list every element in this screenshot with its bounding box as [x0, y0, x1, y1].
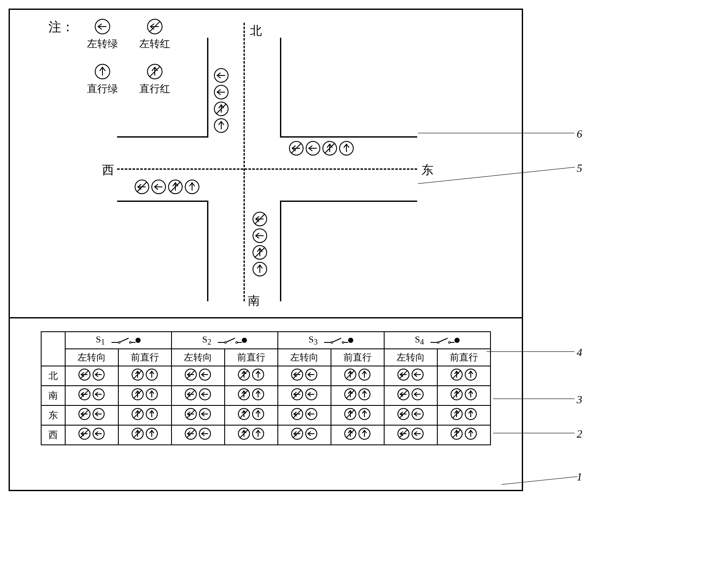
signal-cell: [278, 425, 331, 445]
left-turn-header: 左转向: [171, 349, 225, 366]
center-line-vertical: [244, 23, 245, 301]
svg-point-64: [342, 342, 344, 343]
legend-left-green: 左转绿: [87, 18, 118, 51]
pointer-line: [487, 351, 575, 352]
phase-s4-header: S4: [384, 332, 490, 349]
signal-cell: [171, 405, 225, 425]
svg-point-66: [348, 338, 353, 343]
callout-4: 4: [577, 346, 582, 359]
legend-title: 注：: [48, 18, 74, 36]
phase-header-row: S1 S2 S3: [41, 332, 490, 349]
table-body: 北: [41, 366, 490, 445]
legend-straight-green: 直行绿: [87, 63, 118, 96]
svg-point-62: [331, 342, 333, 343]
signal-cell: [437, 366, 490, 386]
pointer-line: [418, 133, 575, 133]
road-edge: [280, 136, 417, 138]
svg-point-52: [129, 342, 131, 343]
signal-cell: [384, 425, 437, 445]
signal-cell: [118, 366, 171, 386]
straight-header: 前直行: [225, 349, 278, 366]
signal-cell: [225, 425, 278, 445]
table-row: 南: [41, 386, 490, 405]
signal-cell: [118, 425, 171, 445]
road-edge: [280, 201, 281, 301]
straight-header: 前直行: [331, 349, 384, 366]
road-edge: [280, 201, 417, 202]
straight-header: 前直行: [437, 349, 490, 366]
table-row: 西: [41, 425, 490, 445]
switch-icon: [217, 336, 247, 345]
east-label: 东: [421, 162, 433, 178]
dir-cell: 东: [41, 405, 65, 425]
signal-cell: [65, 366, 118, 386]
svg-line-51: [120, 338, 129, 342]
outer-frame: 注： 左转绿 左转红: [9, 9, 523, 491]
signal-group-north: [214, 68, 229, 133]
diagram-page: 注： 左转绿 左转红: [9, 9, 695, 491]
north-label: 北: [250, 23, 262, 39]
callout-2: 2: [577, 428, 582, 441]
signal-cell: [118, 405, 171, 425]
signal-cell: [225, 386, 278, 405]
svg-point-58: [236, 342, 238, 343]
signal-cell: [437, 425, 490, 445]
signal-cell: [171, 366, 225, 386]
signal-cell: [384, 366, 437, 386]
south-label: 南: [248, 293, 260, 309]
switch-icon: [430, 336, 460, 345]
signal-cell: [225, 366, 278, 386]
svg-point-60: [242, 338, 247, 343]
road-edge: [207, 201, 208, 301]
callout-6: 6: [577, 128, 582, 141]
signal-group-east: [289, 141, 354, 156]
pointer-line: [493, 433, 575, 433]
signal-cell: [65, 425, 118, 445]
signal-cell: [278, 386, 331, 405]
signal-cell: [331, 405, 384, 425]
road-edge: [117, 201, 208, 202]
signal-group-west: [134, 179, 200, 195]
svg-line-57: [226, 338, 235, 342]
road-edge: [280, 38, 281, 136]
dir-cell: 南: [41, 386, 65, 405]
signal-cell: [278, 366, 331, 386]
corner-cell: [41, 332, 65, 366]
signal-cell: [171, 386, 225, 405]
signal-cell: [331, 425, 384, 445]
left-turn-header: 左转向: [384, 349, 437, 366]
phase-s1-header: S1: [65, 332, 171, 349]
signal-cell: [118, 386, 171, 405]
signal-group-south: [252, 211, 268, 277]
left-turn-header: 左转向: [65, 349, 118, 366]
signal-cell: [384, 386, 437, 405]
sub-header-row: 左转向 前直行 左转向 前直行 左转向 前直行 左转向 前直行: [41, 349, 490, 366]
callout-5: 5: [577, 162, 582, 175]
intersection-panel: 注： 左转绿 左转红: [10, 10, 522, 318]
road-edge: [207, 38, 208, 136]
callout-3: 3: [577, 393, 582, 406]
up-arrow-green-icon: [94, 63, 111, 80]
signal-cell: [171, 425, 225, 445]
table-row: 东: [41, 405, 490, 425]
straight-header: 前直行: [118, 349, 171, 366]
switch-icon: [323, 336, 353, 345]
signal-cell: [278, 405, 331, 425]
dir-cell: 西: [41, 425, 65, 445]
table-row: 北: [41, 366, 490, 386]
phase-table: S1 S2 S3: [41, 331, 491, 445]
left-arrow-green-icon: [94, 18, 111, 35]
signal-cell: [437, 405, 490, 425]
svg-line-69: [439, 338, 448, 342]
pointer-line: [493, 399, 575, 399]
signal-cell: [437, 386, 490, 405]
switch-icon: [111, 336, 141, 345]
signal-cell: [65, 405, 118, 425]
svg-point-68: [437, 342, 439, 343]
phase-table-panel: S1 S2 S3: [10, 318, 522, 490]
phase-s2-header: S2: [171, 332, 278, 349]
signal-cell: [65, 386, 118, 405]
svg-point-56: [225, 342, 226, 343]
svg-point-70: [448, 342, 450, 343]
signal-cell: [331, 366, 384, 386]
